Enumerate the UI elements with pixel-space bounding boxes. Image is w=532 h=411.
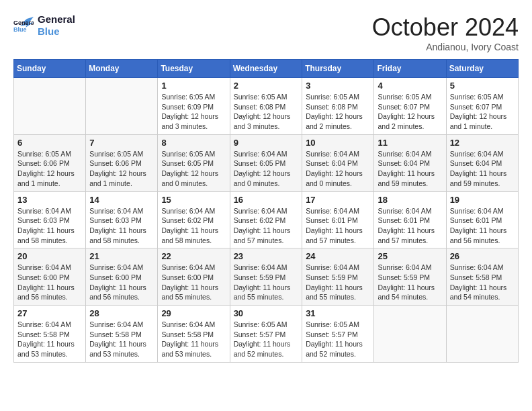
day-info: Sunrise: 6:05 AM Sunset: 6:08 PM Dayligh…	[234, 92, 299, 132]
day-info: Sunrise: 6:04 AM Sunset: 5:59 PM Dayligh…	[378, 263, 442, 302]
svg-text:General: General	[13, 19, 34, 26]
weekday-header: Sunday	[14, 60, 86, 78]
calendar-cell: 9Sunrise: 6:04 AM Sunset: 6:05 PM Daylig…	[230, 134, 302, 191]
day-info: Sunrise: 6:05 AM Sunset: 6:09 PM Dayligh…	[161, 92, 226, 132]
day-info: Sunrise: 6:04 AM Sunset: 6:01 PM Dayligh…	[306, 206, 370, 246]
calendar-week-row: 1Sunrise: 6:05 AM Sunset: 6:09 PM Daylig…	[14, 78, 519, 135]
day-number: 18	[378, 195, 442, 205]
page-header: General Blue General Blue October 2024 A…	[13, 13, 519, 52]
day-number: 15	[161, 195, 226, 205]
logo-text-blue: Blue	[38, 26, 75, 38]
day-number: 22	[161, 251, 226, 261]
day-number: 27	[17, 308, 82, 318]
day-info: Sunrise: 6:04 AM Sunset: 6:01 PM Dayligh…	[378, 206, 442, 246]
day-number: 31	[306, 308, 370, 318]
day-number: 17	[306, 195, 370, 205]
day-info: Sunrise: 6:04 AM Sunset: 6:02 PM Dayligh…	[234, 206, 299, 246]
calendar-cell: 21Sunrise: 6:04 AM Sunset: 6:00 PM Dayli…	[86, 248, 158, 306]
calendar-cell: 8Sunrise: 6:05 AM Sunset: 6:05 PM Daylig…	[158, 134, 230, 191]
day-info: Sunrise: 6:04 AM Sunset: 6:00 PM Dayligh…	[161, 263, 226, 302]
calendar-cell: 28Sunrise: 6:04 AM Sunset: 5:58 PM Dayli…	[86, 306, 158, 363]
calendar-cell: 24Sunrise: 6:04 AM Sunset: 5:59 PM Dayli…	[302, 248, 374, 306]
title-block: October 2024 Andianou, Ivory Coast	[372, 13, 519, 52]
calendar-cell: 12Sunrise: 6:04 AM Sunset: 6:04 PM Dayli…	[446, 134, 518, 191]
day-info: Sunrise: 6:05 AM Sunset: 6:07 PM Dayligh…	[378, 92, 442, 132]
calendar-cell	[86, 78, 158, 135]
day-info: Sunrise: 6:05 AM Sunset: 5:57 PM Dayligh…	[234, 320, 299, 359]
day-info: Sunrise: 6:05 AM Sunset: 6:05 PM Dayligh…	[161, 149, 226, 189]
day-number: 19	[450, 195, 515, 205]
day-number: 4	[378, 81, 442, 91]
day-info: Sunrise: 6:04 AM Sunset: 5:59 PM Dayligh…	[234, 263, 299, 302]
day-info: Sunrise: 6:05 AM Sunset: 5:57 PM Dayligh…	[306, 320, 370, 359]
calendar-cell: 6Sunrise: 6:05 AM Sunset: 6:06 PM Daylig…	[14, 134, 86, 191]
weekday-header: Thursday	[302, 60, 374, 78]
day-number: 8	[161, 138, 226, 148]
svg-text:Blue: Blue	[13, 26, 27, 33]
day-number: 14	[89, 195, 154, 205]
day-info: Sunrise: 6:04 AM Sunset: 6:03 PM Dayligh…	[89, 206, 154, 246]
day-info: Sunrise: 6:04 AM Sunset: 5:59 PM Dayligh…	[306, 263, 370, 302]
day-info: Sunrise: 6:04 AM Sunset: 5:58 PM Dayligh…	[17, 320, 82, 359]
calendar-header-row: SundayMondayTuesdayWednesdayThursdayFrid…	[14, 60, 519, 78]
calendar-cell: 3Sunrise: 6:05 AM Sunset: 6:08 PM Daylig…	[302, 78, 374, 135]
calendar-cell: 10Sunrise: 6:04 AM Sunset: 6:04 PM Dayli…	[302, 134, 374, 191]
weekday-header: Monday	[86, 60, 158, 78]
day-info: Sunrise: 6:04 AM Sunset: 6:01 PM Dayligh…	[450, 206, 515, 246]
day-info: Sunrise: 6:04 AM Sunset: 6:02 PM Dayligh…	[161, 206, 226, 246]
day-number: 11	[378, 138, 442, 148]
month-title: October 2024	[372, 13, 519, 42]
day-number: 25	[378, 251, 442, 261]
calendar-cell: 1Sunrise: 6:05 AM Sunset: 6:09 PM Daylig…	[158, 78, 230, 135]
day-info: Sunrise: 6:04 AM Sunset: 5:58 PM Dayligh…	[89, 320, 154, 359]
day-info: Sunrise: 6:04 AM Sunset: 6:03 PM Dayligh…	[17, 206, 82, 246]
calendar-cell	[446, 306, 518, 363]
day-number: 5	[450, 81, 515, 91]
calendar-cell: 14Sunrise: 6:04 AM Sunset: 6:03 PM Dayli…	[86, 191, 158, 248]
calendar-cell: 30Sunrise: 6:05 AM Sunset: 5:57 PM Dayli…	[230, 306, 302, 363]
day-number: 24	[306, 251, 370, 261]
location: Andianou, Ivory Coast	[372, 42, 519, 52]
day-number: 21	[89, 251, 154, 261]
calendar-cell: 11Sunrise: 6:04 AM Sunset: 6:04 PM Dayli…	[374, 134, 446, 191]
logo-text-general: General	[38, 13, 75, 26]
weekday-header: Wednesday	[230, 60, 302, 78]
weekday-header: Saturday	[446, 60, 518, 78]
day-info: Sunrise: 6:05 AM Sunset: 6:06 PM Dayligh…	[89, 149, 154, 189]
day-number: 20	[17, 251, 82, 261]
day-info: Sunrise: 6:04 AM Sunset: 6:04 PM Dayligh…	[306, 149, 370, 189]
day-info: Sunrise: 6:04 AM Sunset: 6:00 PM Dayligh…	[17, 263, 82, 302]
day-number: 10	[306, 138, 370, 148]
day-info: Sunrise: 6:04 AM Sunset: 5:58 PM Dayligh…	[161, 320, 226, 359]
logo-icon: General Blue	[13, 15, 34, 36]
calendar-week-row: 20Sunrise: 6:04 AM Sunset: 6:00 PM Dayli…	[14, 248, 519, 306]
calendar-cell: 26Sunrise: 6:04 AM Sunset: 5:58 PM Dayli…	[446, 248, 518, 306]
calendar-cell: 25Sunrise: 6:04 AM Sunset: 5:59 PM Dayli…	[374, 248, 446, 306]
day-info: Sunrise: 6:04 AM Sunset: 6:00 PM Dayligh…	[89, 263, 154, 302]
day-info: Sunrise: 6:04 AM Sunset: 6:04 PM Dayligh…	[378, 149, 442, 189]
calendar-cell: 31Sunrise: 6:05 AM Sunset: 5:57 PM Dayli…	[302, 306, 374, 363]
calendar-cell: 19Sunrise: 6:04 AM Sunset: 6:01 PM Dayli…	[446, 191, 518, 248]
calendar-cell	[374, 306, 446, 363]
calendar-cell: 27Sunrise: 6:04 AM Sunset: 5:58 PM Dayli…	[14, 306, 86, 363]
calendar-cell: 13Sunrise: 6:04 AM Sunset: 6:03 PM Dayli…	[14, 191, 86, 248]
calendar-cell: 17Sunrise: 6:04 AM Sunset: 6:01 PM Dayli…	[302, 191, 374, 248]
calendar-cell: 23Sunrise: 6:04 AM Sunset: 5:59 PM Dayli…	[230, 248, 302, 306]
calendar-cell: 16Sunrise: 6:04 AM Sunset: 6:02 PM Dayli…	[230, 191, 302, 248]
day-number: 13	[17, 195, 82, 205]
calendar-week-row: 27Sunrise: 6:04 AM Sunset: 5:58 PM Dayli…	[14, 306, 519, 363]
weekday-header: Friday	[374, 60, 446, 78]
calendar-cell	[14, 78, 86, 135]
day-number: 12	[450, 138, 515, 148]
calendar-cell: 15Sunrise: 6:04 AM Sunset: 6:02 PM Dayli…	[158, 191, 230, 248]
day-info: Sunrise: 6:05 AM Sunset: 6:08 PM Dayligh…	[306, 92, 370, 132]
day-number: 28	[89, 308, 154, 318]
calendar-cell: 22Sunrise: 6:04 AM Sunset: 6:00 PM Dayli…	[158, 248, 230, 306]
logo: General Blue General Blue	[13, 13, 75, 38]
day-info: Sunrise: 6:05 AM Sunset: 6:06 PM Dayligh…	[17, 149, 82, 189]
day-number: 6	[17, 138, 82, 148]
day-number: 26	[450, 251, 515, 261]
day-info: Sunrise: 6:04 AM Sunset: 6:04 PM Dayligh…	[450, 149, 515, 189]
day-number: 9	[234, 138, 299, 148]
day-number: 3	[306, 81, 370, 91]
